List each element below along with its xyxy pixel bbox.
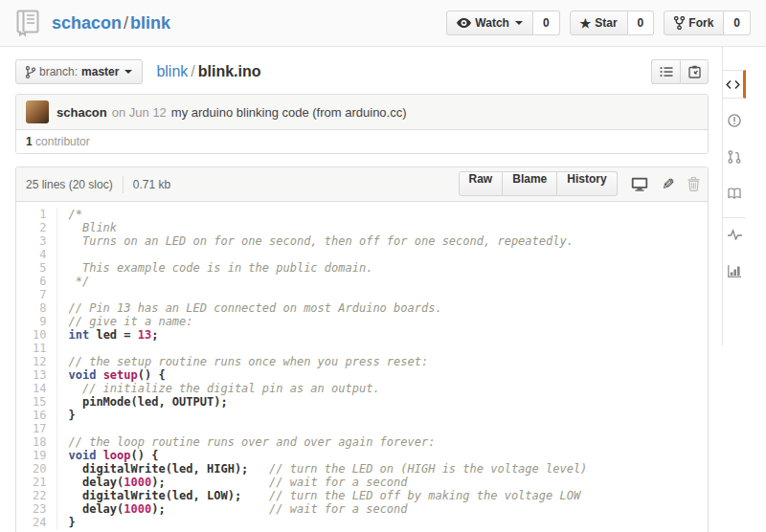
watch-count[interactable]: 0 <box>533 11 560 35</box>
branch-label: branch: <box>39 65 78 78</box>
line-number[interactable]: 13 <box>16 368 56 382</box>
sidebar-item-pull-requests[interactable] <box>723 143 746 171</box>
line-number[interactable]: 5 <box>16 261 56 275</box>
line-number[interactable]: 8 <box>16 301 56 315</box>
line-number[interactable]: 9 <box>16 315 56 328</box>
line-number[interactable]: 18 <box>16 435 56 449</box>
code-line: 23 delay(1000); // wait for a second <box>16 502 708 516</box>
line-number[interactable]: 4 <box>16 248 56 261</box>
contributors-row[interactable]: 1 contributor <box>16 130 708 153</box>
line-number[interactable]: 11 <box>16 342 56 355</box>
code-line: 6 */ <box>16 275 708 288</box>
line-number[interactable]: 7 <box>16 288 56 301</box>
repo-owner-link[interactable]: schacon <box>52 13 122 33</box>
code-line: 24} <box>16 516 708 529</box>
history-button[interactable]: History <box>557 171 617 196</box>
code-line-content: /* <box>56 208 708 221</box>
code-line-content: delay(1000); // wait for a second <box>56 502 708 516</box>
open-in-desktop-button[interactable] <box>631 177 648 191</box>
fork-button[interactable]: Fork <box>664 11 724 35</box>
breadcrumb-row: branch: master blink/blink.ino <box>15 58 709 85</box>
sidebar-item-code[interactable] <box>723 70 746 99</box>
code-line: 3 Turns on an LED on for one second, the… <box>16 234 708 248</box>
breadcrumb-file-name: blink.ino <box>198 63 261 79</box>
code-line: 10int led = 13; <box>16 328 708 342</box>
line-number[interactable]: 10 <box>16 328 56 342</box>
repo-sidebar <box>722 47 746 345</box>
file-nav-mini-buttons <box>651 59 709 84</box>
breadcrumb-repo-link[interactable]: blink <box>156 63 188 79</box>
blame-button[interactable]: Blame <box>503 171 557 196</box>
commit-row: schacon on Jun 12 my arduino blinking co… <box>16 95 708 130</box>
commit-message[interactable]: my arduino blinking code (from arduino.c… <box>171 105 407 120</box>
file-view-box: 25 lines (20 sloc) 0.71 kb Raw Blame His… <box>15 166 709 532</box>
line-number[interactable]: 19 <box>16 449 56 462</box>
line-number[interactable]: 21 <box>16 476 56 489</box>
repo-header: schacon/blink Watch 0 ★ Star <box>0 0 766 47</box>
code-line-content: */ <box>56 275 708 288</box>
sidebar-item-issues[interactable] <box>723 106 746 135</box>
line-number[interactable]: 6 <box>16 275 56 288</box>
git-branch-icon <box>26 66 35 78</box>
desktop-icon <box>631 177 648 191</box>
line-number[interactable]: 16 <box>16 409 56 422</box>
graphs-icon <box>728 265 741 277</box>
watch-button[interactable]: Watch <box>446 11 533 35</box>
star-button-group: ★ Star 0 <box>570 11 655 35</box>
code-line-content: digitalWrite(led, LOW); // turn the LED … <box>56 489 708 502</box>
line-number[interactable]: 22 <box>16 489 56 502</box>
list-icon <box>660 66 673 78</box>
avatar[interactable] <box>26 100 49 123</box>
line-number[interactable]: 20 <box>16 462 56 476</box>
sidebar-item-wiki[interactable] <box>723 179 746 208</box>
book-icon <box>728 188 741 199</box>
code-line: 4 <box>16 248 708 261</box>
sidebar-item-pulse[interactable] <box>723 220 746 249</box>
sidebar-item-graphs[interactable] <box>723 256 746 285</box>
edit-file-button[interactable]: ✎ <box>662 175 674 193</box>
copy-path-button[interactable] <box>680 59 709 84</box>
caret-down-icon <box>124 70 132 74</box>
file-lines-info: 25 lines (20 sloc) <box>26 178 113 191</box>
branch-selector-button[interactable]: branch: master <box>15 59 143 84</box>
pull-request-icon <box>728 150 741 164</box>
repo-name-link[interactable]: blink <box>130 13 170 33</box>
star-button[interactable]: ★ Star <box>570 11 628 35</box>
fork-count[interactable]: 0 <box>724 11 751 35</box>
line-number[interactable]: 3 <box>16 234 56 248</box>
watch-button-group: Watch 0 <box>446 11 559 35</box>
code-line-content: // give it a name: <box>56 315 708 328</box>
raw-button[interactable]: Raw <box>459 171 504 196</box>
line-number[interactable]: 14 <box>16 382 56 395</box>
code-line-content: // Pin 13 has an LED connected on most A… <box>56 301 708 315</box>
line-number[interactable]: 17 <box>16 422 56 435</box>
code-line-content <box>56 342 708 355</box>
line-number[interactable]: 15 <box>16 395 56 409</box>
code-line: 21 delay(1000); // wait for a second <box>16 476 708 489</box>
commit-date: on Jun 12 <box>112 105 167 120</box>
line-number[interactable]: 2 <box>16 221 56 234</box>
code-icon <box>726 79 740 90</box>
code-line: 2 Blink <box>16 221 708 234</box>
code-line-content: Blink <box>56 221 708 234</box>
line-number[interactable]: 24 <box>16 516 56 529</box>
line-number[interactable]: 23 <box>16 502 56 516</box>
line-number[interactable]: 12 <box>16 355 56 368</box>
code-line: 11 <box>16 342 708 355</box>
delete-file-button[interactable] <box>687 177 700 191</box>
clipboard-icon <box>688 65 701 78</box>
issue-icon <box>728 114 741 127</box>
code-line-content: } <box>56 409 708 422</box>
code-line: 1/* <box>16 208 708 221</box>
fork-button-group: Fork 0 <box>664 11 751 35</box>
star-count[interactable]: 0 <box>628 11 655 35</box>
line-number[interactable]: 1 <box>16 208 56 221</box>
code-line: 9// give it a name: <box>16 315 708 328</box>
code-line-content: // the setup routine runs once when you … <box>56 355 708 368</box>
file-list-button[interactable] <box>651 59 680 84</box>
code-line: 19void loop() { <box>16 449 708 462</box>
code-line-content: delay(1000); // wait for a second <box>56 476 708 489</box>
commit-author-link[interactable]: schacon <box>56 105 107 120</box>
eye-icon <box>457 18 471 28</box>
repo-title: schacon/blink <box>52 13 170 33</box>
